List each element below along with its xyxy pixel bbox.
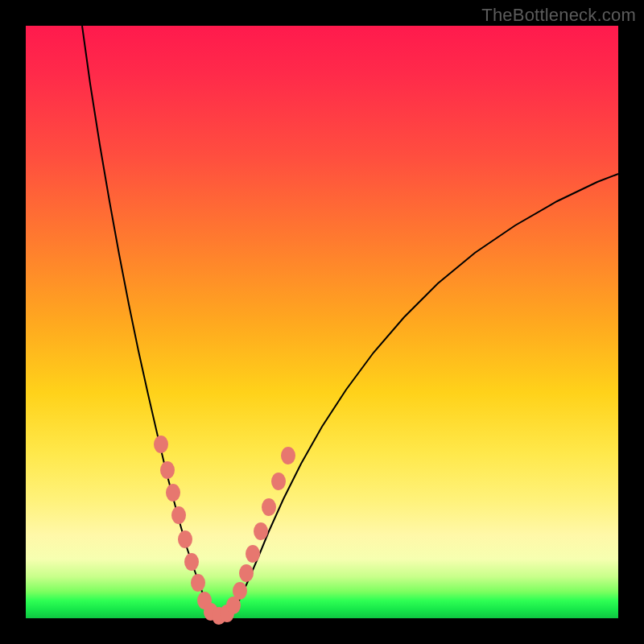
watermark-text: TheBottleneck.com: [481, 5, 636, 26]
dot-left-1: [154, 436, 168, 453]
dot-right-7: [271, 473, 286, 490]
dot-left-7: [191, 574, 205, 592]
dot-right-2: [233, 582, 247, 600]
dot-left-5: [178, 530, 192, 548]
data-dots-group: [154, 436, 295, 625]
dot-left-4: [171, 506, 186, 524]
dot-left-3: [166, 484, 180, 502]
frame: TheBottleneck.com: [0, 0, 644, 644]
dot-right-4: [246, 545, 260, 563]
chart-svg: [26, 26, 618, 618]
plot-area: [26, 26, 618, 618]
dot-right-8: [281, 447, 295, 464]
dot-right-3: [239, 564, 254, 582]
dot-right-5: [254, 522, 268, 540]
dot-left-2: [160, 461, 175, 479]
dot-left-6: [184, 553, 199, 571]
bottleneck-curve: [82, 26, 618, 617]
dot-right-6: [262, 498, 276, 516]
